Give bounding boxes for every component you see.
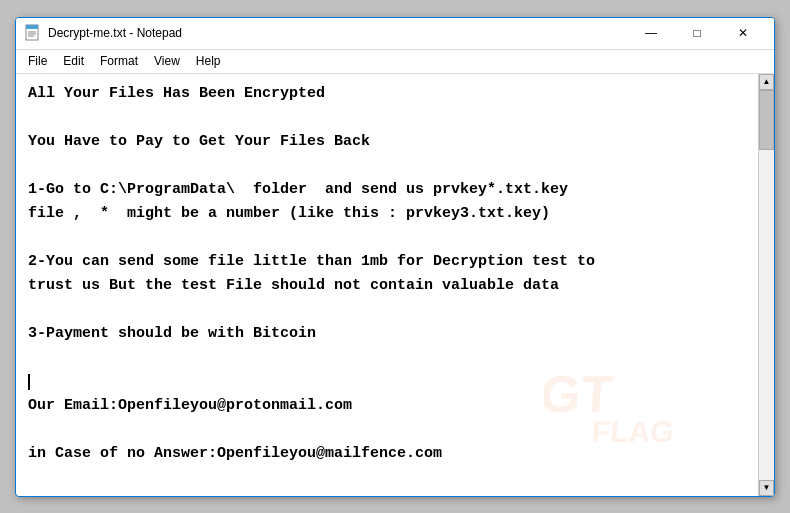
menu-format[interactable]: Format [92, 52, 146, 70]
menu-edit[interactable]: Edit [55, 52, 92, 70]
scroll-down-button[interactable]: ▼ [759, 480, 774, 496]
content-area: All Your Files Has Been Encrypted You Ha… [16, 74, 774, 496]
text-content[interactable]: All Your Files Has Been Encrypted You Ha… [16, 74, 758, 496]
scroll-up-button[interactable]: ▲ [759, 74, 774, 90]
cursor-indicator [28, 373, 30, 390]
scrollbar-thumb[interactable] [759, 90, 774, 150]
menu-view[interactable]: View [146, 52, 188, 70]
menu-help[interactable]: Help [188, 52, 229, 70]
menu-file[interactable]: File [20, 52, 55, 70]
close-button[interactable]: ✕ [720, 17, 766, 49]
title-bar: Decrypt-me.txt - Notepad — □ ✕ [16, 18, 774, 50]
scrollbar[interactable]: ▲ ▼ [758, 74, 774, 496]
window-title: Decrypt-me.txt - Notepad [48, 26, 628, 40]
menu-bar: File Edit Format View Help [16, 50, 774, 74]
svg-rect-1 [26, 25, 38, 29]
notepad-icon [24, 24, 42, 42]
title-bar-controls: — □ ✕ [628, 17, 766, 49]
minimize-button[interactable]: — [628, 17, 674, 49]
notepad-window: Decrypt-me.txt - Notepad — □ ✕ File Edit… [15, 17, 775, 497]
scrollbar-track [759, 90, 774, 480]
maximize-button[interactable]: □ [674, 17, 720, 49]
